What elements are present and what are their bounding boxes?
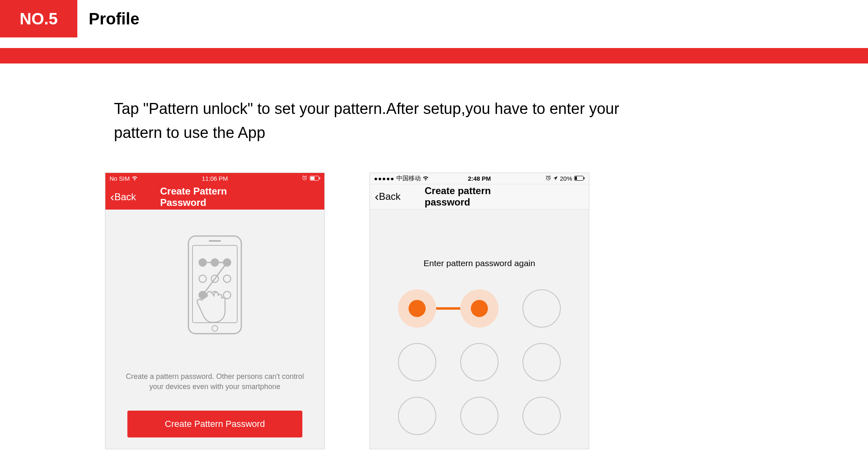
pattern-node-4[interactable] xyxy=(398,343,436,381)
wifi-icon xyxy=(132,175,138,182)
pattern-illustration xyxy=(178,234,251,354)
svg-rect-20 xyxy=(584,177,585,179)
helper-text: Create a pattern password. Other persons… xyxy=(118,372,312,392)
nav-bar: ‹ Back Create Pattern Password xyxy=(105,184,324,210)
svg-rect-7 xyxy=(209,240,221,242)
pattern-node-3[interactable] xyxy=(523,289,561,328)
screenshot-enter-pattern: ●●●●● 中国移动 2:48 PM 20% ‹ xyxy=(370,173,589,449)
status-time: 2:48 PM xyxy=(468,175,491,182)
svg-point-11 xyxy=(199,275,206,282)
instruction-text: Tap "Pattern unlock" to set your pattern… xyxy=(114,97,635,145)
alarm-icon xyxy=(546,175,551,182)
pattern-node-9[interactable] xyxy=(523,397,561,435)
svg-point-13 xyxy=(223,275,231,282)
phone-screenshots: No SIM 11:06 PM ‹ Back Create Pattern Pa… xyxy=(105,173,868,449)
signal-dots: ●●●●● xyxy=(374,175,394,182)
battery-percent: 20% xyxy=(560,175,572,182)
svg-rect-2 xyxy=(310,177,315,180)
battery-icon xyxy=(310,175,320,182)
pattern-prompt: Enter pattern password again xyxy=(393,258,566,268)
nav-bar: ‹ Back Create pattern password xyxy=(370,184,589,210)
location-icon xyxy=(553,175,558,182)
back-button[interactable]: Back xyxy=(379,191,400,202)
chevron-left-icon[interactable]: ‹ xyxy=(375,190,379,203)
header-divider xyxy=(0,48,868,63)
status-carrier: No SIM xyxy=(109,175,130,182)
screenshot-create-pattern: No SIM 11:06 PM ‹ Back Create Pattern Pa… xyxy=(105,173,325,449)
pattern-grid[interactable] xyxy=(394,289,565,435)
status-bar: No SIM 11:06 PM xyxy=(105,173,324,184)
svg-point-6 xyxy=(212,326,218,331)
pattern-node-5[interactable] xyxy=(460,343,498,381)
create-pattern-button[interactable]: Create Pattern Password xyxy=(127,411,302,437)
back-button[interactable]: Back xyxy=(114,191,136,203)
pattern-node-7[interactable] xyxy=(398,397,436,435)
status-carrier: 中国移动 xyxy=(396,175,421,182)
chevron-left-icon[interactable]: ‹ xyxy=(110,191,114,203)
svg-rect-19 xyxy=(575,177,577,180)
status-time: 11:06 PM xyxy=(202,175,228,182)
slide-title: Profile xyxy=(77,0,139,37)
battery-icon xyxy=(574,175,585,182)
slide-header: NO.5 Profile xyxy=(0,0,868,37)
svg-rect-3 xyxy=(319,177,320,179)
nav-title: Create pattern password xyxy=(425,185,534,208)
pattern-node-2[interactable] xyxy=(460,289,498,328)
slide-number-badge: NO.5 xyxy=(0,0,77,37)
wifi-icon xyxy=(423,175,429,182)
pattern-node-1[interactable] xyxy=(398,289,436,328)
alarm-icon xyxy=(302,175,307,182)
pattern-node-8[interactable] xyxy=(460,397,498,435)
pattern-node-6[interactable] xyxy=(523,343,561,381)
status-bar: ●●●●● 中国移动 2:48 PM 20% xyxy=(370,173,589,184)
nav-title: Create Pattern Password xyxy=(160,186,270,208)
